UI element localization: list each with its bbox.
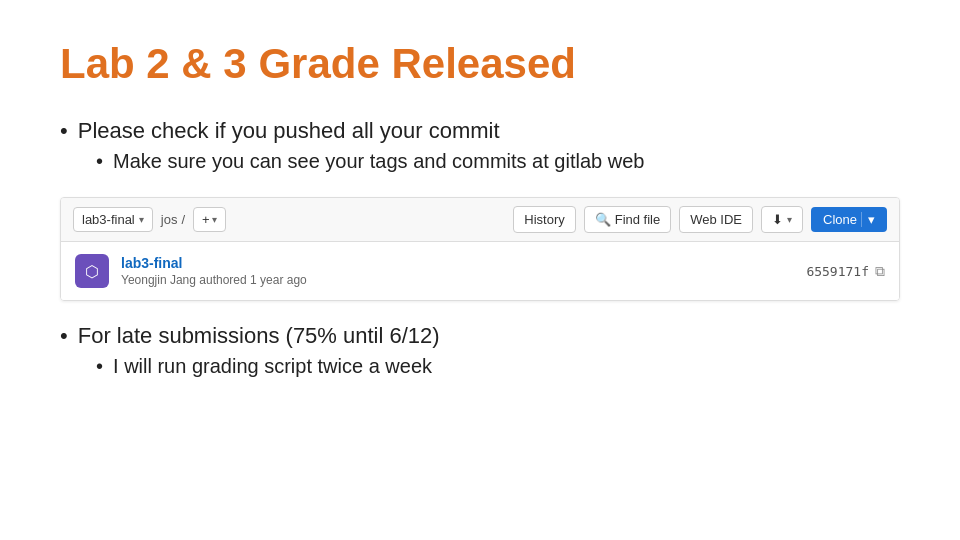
- web-ide-label: Web IDE: [690, 212, 742, 227]
- sub-bullet-item-2: I will run grading script twice a week: [96, 355, 900, 378]
- gitlab-ui: lab3-final ▾ jos / + ▾ History 🔍 Find fi…: [60, 197, 900, 301]
- plus-button[interactable]: + ▾: [193, 207, 226, 232]
- branch-select[interactable]: lab3-final ▾: [73, 207, 153, 232]
- commit-author: Yeongjin Jang: [121, 273, 196, 287]
- search-icon: 🔍: [595, 212, 611, 227]
- plus-chevron-icon: ▾: [212, 214, 217, 225]
- path-separator: /: [181, 212, 185, 227]
- path-text: jos /: [161, 212, 185, 227]
- commit-authored: authored: [199, 273, 246, 287]
- plus-icon: +: [202, 212, 210, 227]
- download-button[interactable]: ⬇ ▾: [761, 206, 803, 233]
- bullet-list-1: Please check if you pushed all your comm…: [60, 118, 900, 173]
- avatar: ⬡: [75, 254, 109, 288]
- sub-bullet-item-1: Make sure you can see your tags and comm…: [96, 150, 900, 173]
- clone-button[interactable]: Clone ▾: [811, 207, 887, 232]
- clone-arrow-icon: ▾: [861, 212, 875, 227]
- find-file-label: Find file: [615, 212, 661, 227]
- download-icon: ⬇: [772, 212, 783, 227]
- commit-row: ⬡ lab3-final Yeongjin Jang authored 1 ye…: [61, 242, 899, 300]
- sub-bullet-item-2-text: I will run grading script twice a week: [113, 355, 432, 378]
- commit-meta: Yeongjin Jang authored 1 year ago: [121, 273, 794, 287]
- commit-time: 1 year ago: [250, 273, 307, 287]
- commit-branch-name[interactable]: lab3-final: [121, 255, 794, 271]
- commit-hash-value: 6559171f: [806, 264, 869, 279]
- page-title: Lab 2 & 3 Grade Released: [60, 40, 900, 88]
- web-ide-button[interactable]: Web IDE: [679, 206, 753, 233]
- history-button[interactable]: History: [513, 206, 575, 233]
- find-file-button[interactable]: 🔍 Find file: [584, 206, 672, 233]
- bullet-item-2: For late submissions (75% until 6/12): [60, 323, 900, 349]
- sub-bullet-item-1-text: Make sure you can see your tags and comm…: [113, 150, 644, 173]
- bullet-item-1: Please check if you pushed all your comm…: [60, 118, 900, 144]
- bullet-list-2: For late submissions (75% until 6/12) I …: [60, 323, 900, 378]
- bullet-item-2-text: For late submissions (75% until 6/12): [78, 323, 440, 349]
- gitlab-toolbar: lab3-final ▾ jos / + ▾ History 🔍 Find fi…: [61, 198, 899, 242]
- history-label: History: [524, 212, 564, 227]
- commit-hash: 6559171f ⧉: [806, 263, 885, 280]
- branch-chevron-icon: ▾: [139, 214, 144, 225]
- commit-info: lab3-final Yeongjin Jang authored 1 year…: [121, 255, 794, 287]
- path-label: jos: [161, 212, 178, 227]
- avatar-icon: ⬡: [85, 262, 99, 281]
- download-chevron-icon: ▾: [787, 214, 792, 225]
- copy-icon[interactable]: ⧉: [875, 263, 885, 280]
- toolbar-right: History 🔍 Find file Web IDE ⬇ ▾ Clone ▾: [513, 206, 887, 233]
- bullet-item-1-text: Please check if you pushed all your comm…: [78, 118, 500, 144]
- branch-name: lab3-final: [82, 212, 135, 227]
- clone-label: Clone: [823, 212, 857, 227]
